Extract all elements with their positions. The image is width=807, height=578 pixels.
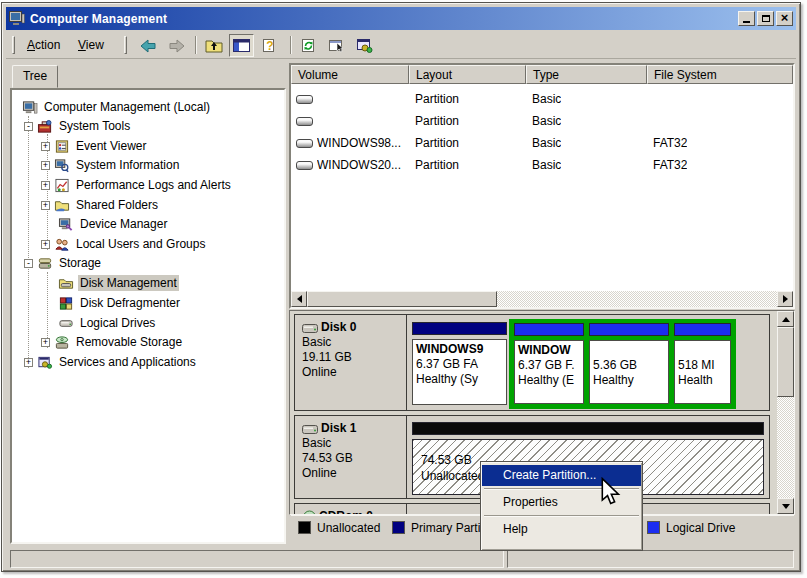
logical-drive-band xyxy=(514,323,584,336)
column-header-layout[interactable]: Layout xyxy=(409,65,526,84)
menu-view[interactable]: View xyxy=(70,36,112,55)
titlebar[interactable]: Computer Management × xyxy=(6,7,796,30)
menu-action[interactable]: Action xyxy=(19,36,68,55)
vertical-scroll-thumb[interactable] xyxy=(777,327,794,397)
menu-toolbar: Action View ? xyxy=(6,32,796,59)
tree-item-event-viewer[interactable]: + Event Viewer xyxy=(41,137,148,155)
tree-item-computer-management[interactable]: Computer Management (Local) xyxy=(22,98,212,116)
scroll-down-button[interactable] xyxy=(777,498,794,514)
tree-item-device-manager[interactable]: Device Manager xyxy=(58,215,169,233)
tree-item-storage[interactable]: - Storage xyxy=(24,254,103,272)
volume-row[interactable]: Partition Basic xyxy=(291,110,793,132)
expand-toggle[interactable]: + xyxy=(24,358,33,367)
services-applications-icon xyxy=(37,355,53,370)
primary-partition-band xyxy=(412,322,507,335)
status-pane-right xyxy=(507,550,794,568)
volume-row[interactable]: Partition Basic xyxy=(291,88,793,110)
tree-item-system-information[interactable]: + System Information xyxy=(41,156,181,174)
mouse-cursor xyxy=(600,477,622,510)
minimize-icon xyxy=(743,21,750,23)
back-button[interactable] xyxy=(136,34,161,57)
volume-icon xyxy=(296,95,313,104)
forward-button[interactable] xyxy=(164,34,189,57)
tree-item-services-applications[interactable]: + Services and Applications xyxy=(24,353,198,371)
disk0-row[interactable]: Disk 0 Basic 19.11 GB Online WINDOWS9 6.… xyxy=(294,314,770,411)
collapse-toggle[interactable]: - xyxy=(24,259,33,268)
legend-swatch-logical-drive xyxy=(647,521,660,534)
cdrom-info[interactable]: CDRom 0 xyxy=(295,504,407,515)
show-hide-console-tree-button[interactable] xyxy=(229,34,254,57)
tree-item-shared-folders[interactable]: + Shared Folders xyxy=(41,196,160,214)
maximize-button[interactable] xyxy=(757,11,774,26)
back-icon xyxy=(140,39,157,53)
properties-button[interactable] xyxy=(324,34,349,57)
tree-item-removable-storage[interactable]: + Removable Storage xyxy=(41,333,184,351)
logical-drive-band xyxy=(674,323,731,336)
scroll-up-button[interactable] xyxy=(777,311,794,327)
tree-item-system-tools[interactable]: - System Tools xyxy=(24,117,132,135)
toolbar-grip-2[interactable] xyxy=(124,36,127,54)
tree-item-local-users-groups[interactable]: + Local Users and Groups xyxy=(41,235,207,253)
screen: Computer Management × Action View ? xyxy=(0,0,807,578)
volume-icon xyxy=(296,161,313,170)
volume-icon xyxy=(296,117,313,126)
disk-icon xyxy=(302,423,319,435)
expand-toggle[interactable]: + xyxy=(41,181,50,190)
disk1-name: Disk 1 xyxy=(321,421,356,436)
tree-item-performance-logs[interactable]: + Performance Logs and Alerts xyxy=(41,176,233,194)
scroll-left-button[interactable] xyxy=(291,291,307,307)
forward-icon xyxy=(168,39,185,53)
properties-icon xyxy=(328,38,345,53)
shared-folders-icon xyxy=(54,198,70,213)
expand-toggle[interactable]: + xyxy=(41,201,50,210)
refresh-button[interactable] xyxy=(296,34,321,57)
menu-item-help[interactable]: Help xyxy=(482,519,641,540)
horizontal-scroll-thumb[interactable] xyxy=(307,291,497,307)
close-button[interactable]: × xyxy=(776,11,793,26)
device-manager-icon xyxy=(58,217,74,232)
toolbar-separator xyxy=(195,36,197,54)
expand-toggle[interactable]: + xyxy=(41,338,50,347)
legend-label-logical-drive: Logical Drive xyxy=(666,521,735,535)
scroll-right-button[interactable] xyxy=(777,291,793,307)
disk0-name: Disk 0 xyxy=(321,320,356,335)
column-header-type[interactable]: Type xyxy=(526,65,647,84)
logical-drive-band xyxy=(589,323,669,336)
app-icon xyxy=(9,11,25,26)
system-information-icon xyxy=(54,158,70,173)
up-one-level-button[interactable] xyxy=(201,34,226,57)
disk1-kind: Basic xyxy=(302,436,406,451)
expand-toggle[interactable]: + xyxy=(41,240,50,249)
scroll-up-icon xyxy=(782,313,790,322)
tree-item-disk-defragmenter[interactable]: Disk Defragmenter xyxy=(58,294,182,312)
disk0-info[interactable]: Disk 0 Basic 19.11 GB Online xyxy=(295,315,407,410)
column-header-volume[interactable]: Volume xyxy=(291,65,409,84)
collapse-toggle[interactable]: - xyxy=(24,122,33,131)
console-gears-icon xyxy=(356,38,373,53)
svg-text:?: ? xyxy=(266,39,273,53)
status-bar xyxy=(6,548,796,569)
tree-item-logical-drives[interactable]: Logical Drives xyxy=(58,314,157,332)
tab-tree[interactable]: Tree xyxy=(12,65,58,88)
legend-swatch-unallocated xyxy=(298,521,311,534)
menu-separator xyxy=(484,515,639,517)
toolbar-separator-2 xyxy=(290,36,292,54)
toolbar-grip[interactable] xyxy=(12,36,15,54)
expand-toggle[interactable]: + xyxy=(41,142,50,151)
expand-toggle[interactable]: + xyxy=(41,161,50,170)
minimize-button[interactable] xyxy=(738,11,755,26)
disk-defragmenter-icon xyxy=(58,296,74,311)
help-icon: ? xyxy=(262,38,278,53)
tree-item-disk-management[interactable]: Disk Management xyxy=(58,274,179,292)
disk1-info[interactable]: Disk 1 Basic 74.53 GB Online xyxy=(295,416,407,498)
volume-row[interactable]: WINDOWS98... Partition Basic FAT32 xyxy=(291,132,793,154)
column-header-file-system[interactable]: File System xyxy=(647,65,793,84)
console-tree: Computer Management (Local) - System Too… xyxy=(10,88,286,544)
help-button[interactable]: ? xyxy=(257,34,282,57)
storage-icon xyxy=(37,256,53,271)
performance-logs-icon xyxy=(54,178,70,193)
maximize-icon xyxy=(762,15,770,22)
volume-row[interactable]: WINDOWS20... Partition Basic FAT32 xyxy=(291,154,793,176)
console-gears-button[interactable] xyxy=(352,34,377,57)
disk0-size: 19.11 GB xyxy=(302,350,406,365)
